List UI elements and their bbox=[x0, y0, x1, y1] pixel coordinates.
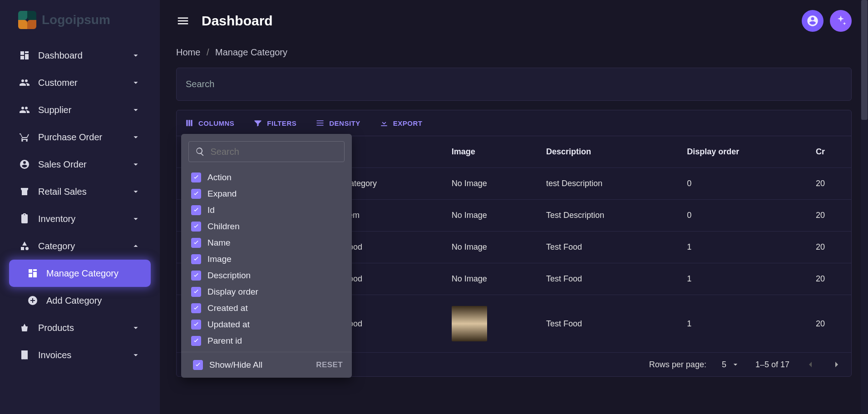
col-description[interactable]: Description bbox=[541, 136, 681, 168]
cell-image bbox=[446, 295, 541, 353]
columns-option[interactable]: Expand bbox=[188, 186, 345, 202]
grid-toolbar: COLUMNS FILTERS DENSITY EXPORT bbox=[177, 110, 851, 136]
prev-page-button[interactable] bbox=[805, 359, 816, 370]
columns-option[interactable]: Action bbox=[188, 169, 345, 186]
checkbox-checked-icon bbox=[191, 320, 201, 330]
breadcrumb-current: Manage Category bbox=[215, 47, 287, 57]
grid-icon bbox=[27, 268, 38, 279]
sidebar-item-products[interactable]: Products bbox=[9, 314, 151, 341]
sidebar-item-retail-sales[interactable]: Retail Sales bbox=[9, 178, 151, 205]
pagination-range: 1–5 of 17 bbox=[755, 360, 789, 370]
people-icon bbox=[19, 77, 30, 88]
chevron-down-icon bbox=[131, 214, 141, 224]
chevron-down-icon bbox=[131, 132, 141, 142]
store-icon bbox=[19, 186, 30, 197]
columns-button[interactable]: COLUMNS bbox=[182, 116, 237, 130]
columns-option[interactable]: Name bbox=[188, 235, 345, 251]
columns-option[interactable]: Id bbox=[188, 202, 345, 218]
sidebar-item-customer[interactable]: Customer bbox=[9, 69, 151, 96]
col-image[interactable]: Image bbox=[446, 136, 541, 168]
cart-icon bbox=[19, 132, 30, 143]
sidebar-item-inventory[interactable]: Inventory bbox=[9, 205, 151, 232]
account-button[interactable] bbox=[802, 10, 824, 32]
sidebar-item-category[interactable]: Category bbox=[9, 232, 151, 260]
chevron-down-icon bbox=[131, 323, 141, 333]
account-icon bbox=[19, 159, 30, 170]
columns-popover: ActionExpandIdChildrenNameImageDescripti… bbox=[181, 134, 352, 378]
page-title: Dashboard bbox=[202, 13, 273, 29]
col-display-order[interactable]: Display order bbox=[681, 136, 810, 168]
cell-description: Test Food bbox=[541, 263, 681, 295]
cell-display-order: 1 bbox=[681, 295, 810, 353]
people-icon bbox=[19, 104, 30, 115]
search-input[interactable] bbox=[176, 68, 852, 101]
cell-display-order: 1 bbox=[681, 232, 810, 263]
columns-option[interactable]: Parent id bbox=[188, 333, 345, 349]
rows-per-page-select[interactable]: 5 bbox=[722, 360, 740, 370]
basket-icon bbox=[19, 322, 30, 333]
sparkle-icon bbox=[834, 15, 847, 27]
cell-created: 20 bbox=[810, 168, 851, 200]
sidebar-item-dashboard[interactable]: Dashboard bbox=[9, 42, 151, 69]
chevron-down-icon bbox=[131, 187, 141, 197]
columns-option[interactable]: Description bbox=[188, 267, 345, 284]
checkbox-checked-icon bbox=[191, 287, 201, 297]
search-icon bbox=[195, 146, 205, 157]
columns-option[interactable]: Display order bbox=[188, 284, 345, 300]
dashboard-icon bbox=[19, 50, 30, 61]
chevron-down-icon bbox=[131, 50, 141, 60]
data-grid: COLUMNS FILTERS DENSITY EXPORT bbox=[176, 110, 852, 377]
next-page-button[interactable] bbox=[831, 359, 842, 370]
rows-per-page-label: Rows per page: bbox=[649, 360, 706, 370]
account-icon bbox=[806, 15, 819, 27]
columns-search-input[interactable] bbox=[210, 147, 338, 157]
chevron-down-icon bbox=[131, 350, 141, 360]
sidebar-item-purchase-order[interactable]: Purchase Order bbox=[9, 123, 151, 151]
cell-description: Test Description bbox=[541, 200, 681, 232]
chevron-down-icon bbox=[131, 105, 141, 115]
sidebar-item-manage-category[interactable]: Manage Category bbox=[9, 260, 151, 287]
breadcrumb: Home / Manage Category bbox=[176, 47, 852, 58]
add-circle-icon bbox=[27, 295, 38, 306]
category-icon bbox=[19, 241, 30, 251]
export-button[interactable]: EXPORT bbox=[377, 116, 425, 130]
columns-showhide-all[interactable]: Show/Hide All bbox=[190, 357, 265, 373]
density-button[interactable]: DENSITY bbox=[313, 116, 363, 130]
cell-created: 20 bbox=[810, 200, 851, 232]
columns-search[interactable] bbox=[188, 141, 345, 162]
columns-option[interactable]: Children bbox=[188, 218, 345, 235]
filters-button[interactable]: FILTERS bbox=[251, 116, 299, 130]
download-icon bbox=[380, 118, 389, 128]
scrollbar[interactable] bbox=[861, 0, 868, 414]
checkbox-checked-icon bbox=[191, 303, 201, 313]
sparkle-button[interactable] bbox=[830, 10, 852, 32]
breadcrumb-home[interactable]: Home bbox=[176, 47, 200, 57]
sidebar-item-add-category[interactable]: Add Category bbox=[9, 287, 151, 314]
sidebar-item-sales-order[interactable]: Sales Order bbox=[9, 151, 151, 178]
filter-icon bbox=[253, 118, 262, 128]
cell-display-order: 1 bbox=[681, 263, 810, 295]
sidebar: Logoipsum Dashboard Customer Supplier Pu… bbox=[0, 0, 160, 414]
topbar: Dashboard bbox=[160, 0, 868, 42]
columns-option[interactable]: Image bbox=[188, 251, 345, 267]
sidebar-item-invoices[interactable]: Invoices bbox=[9, 341, 151, 369]
main: Dashboard Home / Manage Category bbox=[160, 0, 868, 414]
checkbox-checked-icon bbox=[191, 222, 201, 232]
sidebar-item-supplier[interactable]: Supplier bbox=[9, 96, 151, 123]
cell-description: Test Food bbox=[541, 295, 681, 353]
columns-option[interactable]: Updated at bbox=[188, 316, 345, 333]
checkbox-checked-icon bbox=[191, 336, 201, 346]
scrollbar-thumb[interactable] bbox=[861, 0, 868, 120]
columns-reset-button[interactable]: RESET bbox=[316, 360, 343, 370]
columns-icon bbox=[185, 118, 194, 128]
columns-option[interactable]: Created at bbox=[188, 300, 345, 316]
checkbox-checked-icon bbox=[191, 271, 201, 281]
density-icon bbox=[316, 118, 325, 128]
col-created[interactable]: Cr bbox=[810, 136, 851, 168]
receipt-icon bbox=[19, 350, 30, 360]
cell-description: Test Food bbox=[541, 232, 681, 263]
chevron-down-icon bbox=[131, 159, 141, 169]
cell-created: 20 bbox=[810, 263, 851, 295]
menu-icon[interactable] bbox=[176, 14, 190, 28]
clipboard-icon bbox=[19, 213, 30, 224]
